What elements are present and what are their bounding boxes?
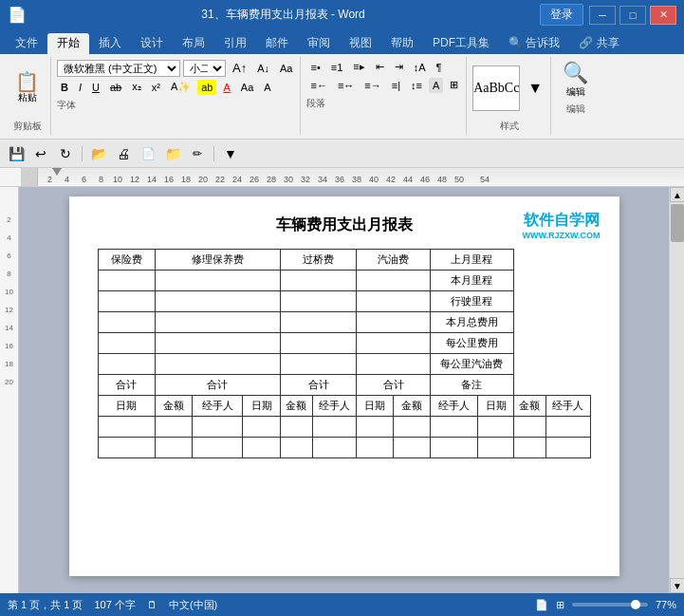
text-effect-button[interactable]: A✨	[167, 79, 194, 95]
edit-label: 编辑	[566, 85, 585, 99]
font-size-small-button[interactable]: Aa	[237, 80, 257, 95]
minimize-button[interactable]: ─	[589, 6, 616, 25]
tab-tellme[interactable]: 🔍 告诉我	[499, 33, 569, 54]
indent-increase-button[interactable]: ⇥	[391, 59, 407, 75]
col-date1: 日期	[98, 396, 155, 417]
align-center-button[interactable]: ≡↔	[334, 78, 358, 93]
zoom-slider[interactable]	[572, 603, 648, 607]
increase-font-button[interactable]: A↑	[229, 59, 250, 77]
tab-references[interactable]: 引用	[214, 33, 256, 54]
col-amount2: 金额	[280, 396, 312, 417]
zoom-thumb[interactable]	[631, 600, 640, 609]
styles-label: 样式	[500, 120, 519, 133]
ruler-num: 50	[454, 175, 464, 184]
open-button[interactable]: 📂	[88, 143, 109, 164]
align-left-button[interactable]: ≡←	[306, 78, 330, 93]
styles-expand-button[interactable]: ▼	[524, 78, 546, 99]
number-list-button[interactable]: ≡1	[327, 60, 347, 75]
document-area[interactable]: 软件自学网 WWW.RJZXW.COM 车辆费用支出月报表 保险费 修理保养费 …	[19, 187, 669, 593]
scroll-up-button[interactable]: ▲	[670, 187, 684, 202]
font-color-button[interactable]: A	[219, 80, 233, 95]
outline-list-button[interactable]: ≡▸	[349, 59, 368, 75]
customize-button[interactable]: ▼	[220, 143, 241, 164]
justify-button[interactable]: ≡|	[388, 78, 404, 93]
tab-pdf[interactable]: PDF工具集	[423, 33, 499, 54]
tab-insert[interactable]: 插入	[89, 33, 131, 54]
show-marks-button[interactable]: ¶	[433, 60, 446, 75]
superscript-button[interactable]: x²	[148, 80, 164, 95]
left-ruler-num: 8	[7, 270, 10, 278]
view-icon1[interactable]: 📄	[535, 599, 548, 611]
undo-button[interactable]: ↩	[30, 143, 51, 164]
save-button[interactable]: 💾	[6, 143, 27, 164]
app-icon: 📄	[8, 6, 27, 24]
bold-button[interactable]: B	[57, 80, 72, 95]
print-button[interactable]: 🖨	[113, 143, 134, 164]
tab-review[interactable]: 审阅	[298, 33, 340, 54]
title-bar: 📄 31、车辆费用支出月报表 - Word 登录 ─ □ ✕	[0, 0, 684, 29]
shading-button[interactable]: A	[429, 78, 443, 93]
para-label: 段落	[306, 97, 462, 110]
label-total-cost: 本月总费用	[430, 312, 513, 333]
status-bar: 第 1 页，共 1 页 107 个字 🗒 中文(中国) 📄 ⊞ 77%	[0, 593, 684, 616]
find-button[interactable]: 🔍 编辑	[559, 59, 592, 101]
tab-mail[interactable]: 邮件	[256, 33, 298, 54]
char-shading-button[interactable]: A	[260, 80, 274, 95]
maximize-button[interactable]: □	[619, 6, 646, 25]
font-size-select[interactable]: 小二	[183, 60, 226, 77]
tab-view[interactable]: 视图	[340, 33, 381, 54]
align-right-button[interactable]: ≡→	[360, 78, 384, 93]
format-button[interactable]: ✏	[187, 143, 208, 164]
italic-button[interactable]: I	[75, 80, 85, 95]
header-insurance: 保险费	[98, 250, 155, 271]
col-date4: 经手人	[430, 396, 478, 417]
file-button[interactable]: 📁	[162, 143, 183, 164]
header-toll: 过桥费	[280, 250, 357, 271]
tab-layout[interactable]: 布局	[173, 33, 214, 54]
ruler-num: 6	[82, 175, 86, 184]
watermark: 软件自学网 WWW.RJZXW.COM	[523, 211, 601, 241]
tab-file[interactable]: 文件	[6, 33, 47, 54]
strikethrough-button[interactable]: ab	[106, 80, 125, 95]
indent-decrease-button[interactable]: ⇤	[372, 59, 388, 75]
redo-button[interactable]: ↻	[55, 143, 76, 164]
left-ruler-num: 16	[5, 342, 13, 350]
login-button[interactable]: 登录	[540, 4, 583, 26]
watermark-line1: 软件自学网	[523, 211, 601, 231]
bullet-list-button[interactable]: ≡•	[306, 60, 324, 75]
clipboard-group: 📋 粘贴 剪贴板	[4, 57, 51, 135]
underline-button[interactable]: U	[88, 80, 103, 95]
print2-button[interactable]: 📄	[138, 143, 158, 164]
tab-share[interactable]: 🔗 共享	[569, 33, 628, 54]
line-spacing-button[interactable]: ↕≡	[407, 78, 426, 93]
vertical-scrollbar[interactable]: ▲ ▼	[669, 187, 684, 593]
subscript-button[interactable]: x₂	[128, 79, 145, 95]
summary-fuel: 合计	[357, 375, 430, 396]
tab-home[interactable]: 开始	[47, 33, 89, 54]
styles-box[interactable]: AaBbCc	[472, 65, 520, 111]
word-count: 107 个字	[94, 598, 135, 612]
clear-format-button[interactable]: Aa	[276, 61, 296, 76]
scroll-thumb[interactable]	[671, 204, 684, 242]
col-date3: 日期	[357, 396, 394, 417]
ruler-num: 8	[99, 175, 103, 184]
summary-insurance: 合计	[98, 375, 155, 396]
highlight-button[interactable]: ab	[197, 80, 216, 95]
tab-design[interactable]: 设计	[131, 33, 173, 54]
paste-icon: 📋	[15, 72, 39, 91]
view-icon2[interactable]: ⊞	[556, 599, 564, 611]
close-button[interactable]: ✕	[650, 6, 676, 25]
paste-button[interactable]: 📋 粘贴	[10, 70, 45, 106]
summary-notes: 备注	[430, 375, 513, 396]
decrease-font-button[interactable]: A↓	[253, 61, 273, 76]
font-name-select[interactable]: 微软雅黑 (中文正文)	[57, 60, 180, 77]
ruler-num: 48	[437, 175, 447, 184]
sort-button[interactable]: ↕A	[410, 60, 430, 75]
border-button[interactable]: ⊞	[446, 77, 462, 93]
scroll-down-button[interactable]: ▼	[670, 578, 684, 593]
label-driven-mileage: 行驶里程	[430, 291, 513, 312]
ribbon: 📋 粘贴 剪贴板 微软雅黑 (中文正文) 小二 A↑ A↓ Aa B I U a…	[0, 54, 684, 140]
col-handler2: 经手人	[313, 396, 357, 417]
tab-help[interactable]: 帮助	[381, 33, 423, 54]
indent-marker[interactable]	[52, 168, 62, 176]
